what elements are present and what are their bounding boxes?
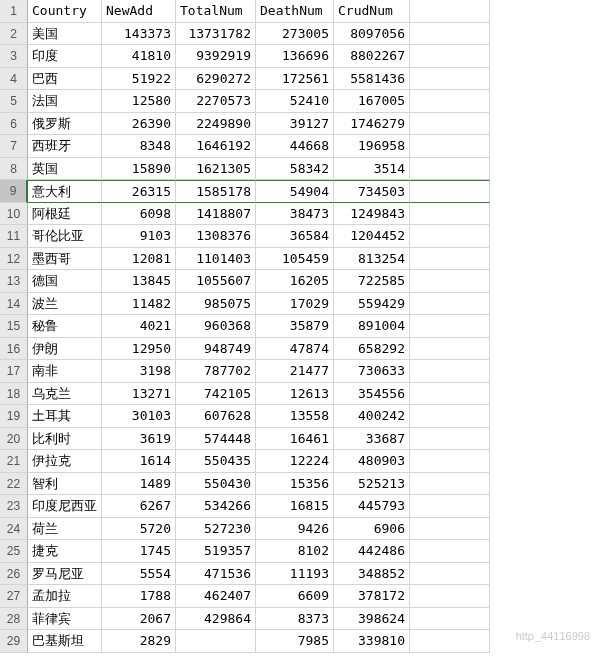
empty-cell[interactable]: [410, 540, 490, 563]
data-cell[interactable]: 7985: [256, 630, 334, 653]
empty-cell[interactable]: [410, 203, 490, 226]
data-cell[interactable]: 442486: [334, 540, 410, 563]
row-header[interactable]: 10: [0, 203, 28, 226]
row-header[interactable]: 1: [0, 0, 28, 23]
row-header[interactable]: 14: [0, 293, 28, 316]
row-header[interactable]: 5: [0, 90, 28, 113]
row-header[interactable]: 8: [0, 158, 28, 181]
country-cell[interactable]: 土耳其: [28, 405, 102, 428]
row-header[interactable]: 6: [0, 113, 28, 136]
data-cell[interactable]: 471536: [176, 563, 256, 586]
row-header[interactable]: 11: [0, 225, 28, 248]
empty-cell[interactable]: [410, 450, 490, 473]
country-cell[interactable]: 波兰: [28, 293, 102, 316]
data-cell[interactable]: 734503: [334, 180, 410, 203]
data-cell[interactable]: 6609: [256, 585, 334, 608]
data-cell[interactable]: 41810: [102, 45, 176, 68]
data-cell[interactable]: 607628: [176, 405, 256, 428]
data-cell[interactable]: 1745: [102, 540, 176, 563]
empty-cell[interactable]: [410, 338, 490, 361]
data-cell[interactable]: 1746279: [334, 113, 410, 136]
country-cell[interactable]: 阿根廷: [28, 203, 102, 226]
data-cell[interactable]: 16815: [256, 495, 334, 518]
empty-cell[interactable]: [410, 495, 490, 518]
data-cell[interactable]: 348852: [334, 563, 410, 586]
row-header[interactable]: 12: [0, 248, 28, 271]
row-header[interactable]: 22: [0, 473, 28, 496]
data-cell[interactable]: 4021: [102, 315, 176, 338]
empty-cell[interactable]: [410, 518, 490, 541]
row-header[interactable]: 19: [0, 405, 28, 428]
data-cell[interactable]: 30103: [102, 405, 176, 428]
data-cell[interactable]: 36584: [256, 225, 334, 248]
country-cell[interactable]: 西班牙: [28, 135, 102, 158]
row-header[interactable]: 16: [0, 338, 28, 361]
data-cell[interactable]: 17029: [256, 293, 334, 316]
country-cell[interactable]: 俄罗斯: [28, 113, 102, 136]
empty-cell[interactable]: [410, 135, 490, 158]
empty-cell[interactable]: [410, 158, 490, 181]
data-cell[interactable]: 12224: [256, 450, 334, 473]
spreadsheet-grid[interactable]: 1CountryNewAddTotalNumDeathNumCrudNum2美国…: [0, 0, 594, 653]
data-cell[interactable]: 1418807: [176, 203, 256, 226]
data-cell[interactable]: 172561: [256, 68, 334, 91]
country-cell[interactable]: 智利: [28, 473, 102, 496]
empty-cell[interactable]: [410, 113, 490, 136]
data-cell[interactable]: 11193: [256, 563, 334, 586]
data-cell[interactable]: 6098: [102, 203, 176, 226]
empty-cell[interactable]: [410, 0, 490, 23]
empty-cell[interactable]: [410, 293, 490, 316]
data-cell[interactable]: 429864: [176, 608, 256, 631]
empty-cell[interactable]: [410, 248, 490, 271]
data-cell[interactable]: 47874: [256, 338, 334, 361]
data-cell[interactable]: 9392919: [176, 45, 256, 68]
data-cell[interactable]: 26315: [102, 180, 176, 203]
data-cell[interactable]: 196958: [334, 135, 410, 158]
data-cell[interactable]: 2067: [102, 608, 176, 631]
row-header[interactable]: 20: [0, 428, 28, 451]
data-cell[interactable]: 2249890: [176, 113, 256, 136]
empty-cell[interactable]: [410, 383, 490, 406]
country-cell[interactable]: 美国: [28, 23, 102, 46]
country-cell[interactable]: 巴基斯坦: [28, 630, 102, 653]
country-cell[interactable]: 德国: [28, 270, 102, 293]
data-cell[interactable]: 13271: [102, 383, 176, 406]
data-cell[interactable]: 1788: [102, 585, 176, 608]
data-cell[interactable]: 462407: [176, 585, 256, 608]
data-cell[interactable]: 1646192: [176, 135, 256, 158]
data-cell[interactable]: 12081: [102, 248, 176, 271]
empty-cell[interactable]: [410, 630, 490, 653]
row-header[interactable]: 29: [0, 630, 28, 653]
row-header[interactable]: 2: [0, 23, 28, 46]
data-cell[interactable]: 1249843: [334, 203, 410, 226]
data-cell[interactable]: 1489: [102, 473, 176, 496]
data-cell[interactable]: 39127: [256, 113, 334, 136]
data-cell[interactable]: 400242: [334, 405, 410, 428]
data-cell[interactable]: 8802267: [334, 45, 410, 68]
data-cell[interactable]: 15356: [256, 473, 334, 496]
data-cell[interactable]: [176, 630, 256, 653]
column-header[interactable]: TotalNum: [176, 0, 256, 23]
row-header[interactable]: 9: [0, 180, 28, 203]
data-cell[interactable]: 1585178: [176, 180, 256, 203]
country-cell[interactable]: 印度尼西亚: [28, 495, 102, 518]
row-header[interactable]: 21: [0, 450, 28, 473]
data-cell[interactable]: 480903: [334, 450, 410, 473]
data-cell[interactable]: 339810: [334, 630, 410, 653]
data-cell[interactable]: 13845: [102, 270, 176, 293]
row-header[interactable]: 3: [0, 45, 28, 68]
column-header[interactable]: Country: [28, 0, 102, 23]
data-cell[interactable]: 985075: [176, 293, 256, 316]
data-cell[interactable]: 273005: [256, 23, 334, 46]
data-cell[interactable]: 3619: [102, 428, 176, 451]
data-cell[interactable]: 445793: [334, 495, 410, 518]
data-cell[interactable]: 6267: [102, 495, 176, 518]
country-cell[interactable]: 罗马尼亚: [28, 563, 102, 586]
country-cell[interactable]: 法国: [28, 90, 102, 113]
data-cell[interactable]: 54904: [256, 180, 334, 203]
country-cell[interactable]: 伊拉克: [28, 450, 102, 473]
row-header[interactable]: 7: [0, 135, 28, 158]
data-cell[interactable]: 8102: [256, 540, 334, 563]
data-cell[interactable]: 13558: [256, 405, 334, 428]
empty-cell[interactable]: [410, 315, 490, 338]
